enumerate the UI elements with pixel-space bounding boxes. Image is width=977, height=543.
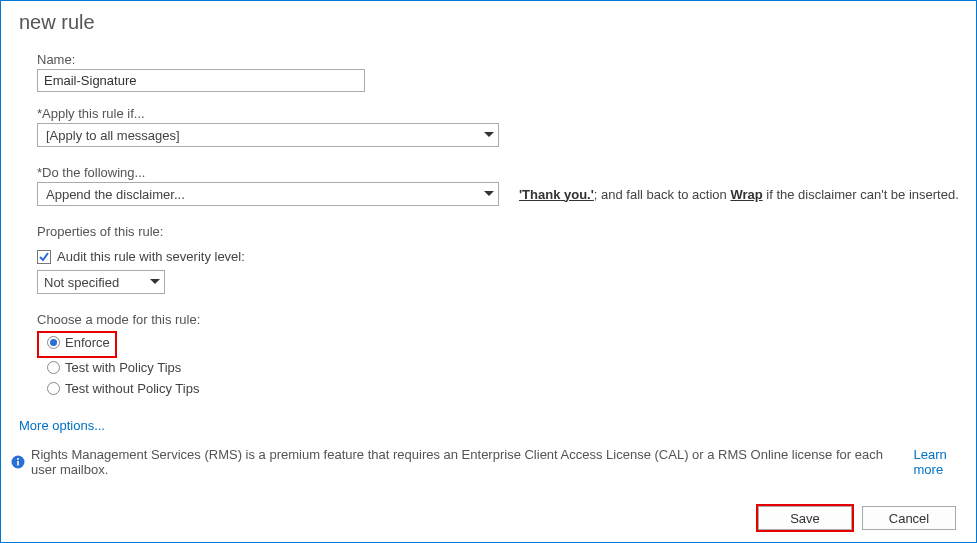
severity-selected-text: Not specified <box>44 275 119 290</box>
save-button[interactable]: Save <box>758 506 852 530</box>
radio-test-notips[interactable]: Test without Policy Tips <box>37 379 976 400</box>
name-input[interactable] <box>37 69 365 92</box>
radio-test-tips[interactable]: Test with Policy Tips <box>37 358 976 379</box>
severity-select[interactable]: Not specified <box>37 270 165 294</box>
properties-label: Properties of this rule: <box>37 224 976 239</box>
fallback-action-link[interactable]: Wrap <box>730 187 762 202</box>
radio-enforce[interactable]: Enforce <box>47 333 110 354</box>
action-block: *Do the following... Append the disclaim… <box>37 165 976 206</box>
dialog-title: new rule <box>1 1 976 34</box>
radio-label: Test with Policy Tips <box>65 360 181 375</box>
chevron-down-icon <box>484 191 494 197</box>
rms-notice-text: Rights Management Services (RMS) is a pr… <box>31 447 908 477</box>
form-body: Name: *Apply this rule if... [Apply to a… <box>1 34 976 400</box>
info-icon <box>11 455 25 469</box>
mode-block: Choose a mode for this rule: Enforce Tes… <box>37 312 976 400</box>
radio-label: Enforce <box>65 335 110 350</box>
mode-label: Choose a mode for this rule: <box>37 312 976 327</box>
name-label: Name: <box>37 52 976 67</box>
audit-row: Audit this rule with severity level: <box>37 249 976 264</box>
audit-label: Audit this rule with severity level: <box>57 249 245 264</box>
condition-label: *Apply this rule if... <box>37 106 976 121</box>
radio-icon <box>47 336 60 349</box>
action-label: *Do the following... <box>37 165 976 180</box>
condition-select[interactable]: [Apply to all messages] <box>37 123 499 147</box>
name-block: Name: <box>37 52 976 92</box>
properties-block: Properties of this rule: Audit this rule… <box>37 224 976 294</box>
enforce-highlight: Enforce <box>37 331 117 358</box>
chevron-down-icon <box>150 279 160 285</box>
svg-rect-1 <box>17 461 19 466</box>
action-side-text: 'Thank you.'; and fall back to action Wr… <box>519 187 959 202</box>
radio-label: Test without Policy Tips <box>65 381 199 396</box>
rms-notice-row: Rights Management Services (RMS) is a pr… <box>1 447 976 477</box>
radio-icon <box>47 361 60 374</box>
audit-checkbox[interactable] <box>37 250 51 264</box>
condition-block: *Apply this rule if... [Apply to all mes… <box>37 106 976 147</box>
condition-selected-text: [Apply to all messages] <box>46 128 180 143</box>
svg-point-2 <box>17 458 19 460</box>
action-select[interactable]: Append the disclaimer... <box>37 182 499 206</box>
dialog-window: new rule Name: *Apply this rule if... [A… <box>0 0 977 543</box>
learn-more-link[interactable]: Learn more <box>914 447 976 477</box>
radio-icon <box>47 382 60 395</box>
button-bar: Save Cancel <box>758 506 956 530</box>
disclaimer-text-link[interactable]: 'Thank you.' <box>519 187 594 202</box>
cancel-button[interactable]: Cancel <box>862 506 956 530</box>
chevron-down-icon <box>484 132 494 138</box>
action-selected-text: Append the disclaimer... <box>46 187 185 202</box>
more-options-link[interactable]: More options... <box>1 418 976 433</box>
